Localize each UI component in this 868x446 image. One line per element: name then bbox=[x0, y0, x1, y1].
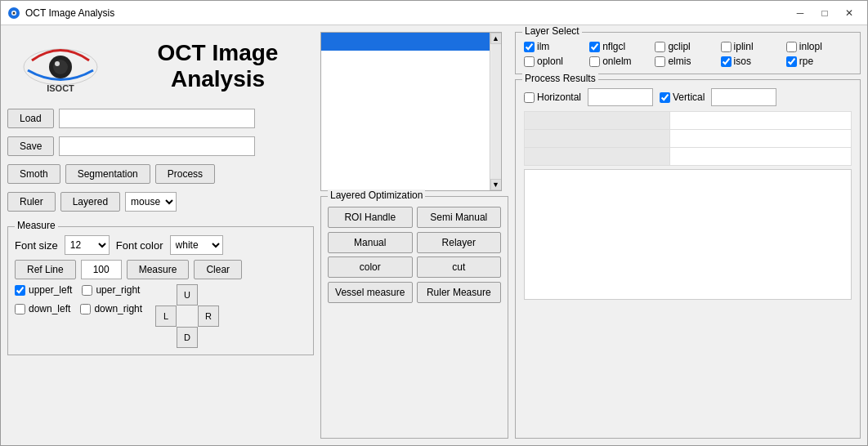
color-button[interactable]: color bbox=[328, 256, 413, 278]
upper-left-checkbox[interactable] bbox=[15, 285, 25, 296]
font-size-select[interactable]: 12 bbox=[65, 235, 110, 255]
top-area: ISOCT OCT Image Analysis bbox=[7, 32, 314, 100]
layer-onlelm[interactable]: onlelm bbox=[589, 56, 655, 67]
semi-manual-button[interactable]: Semi Manual bbox=[417, 207, 502, 228]
cut-button[interactable]: cut bbox=[417, 256, 502, 278]
layer-elmis[interactable]: elmis bbox=[655, 56, 720, 67]
down-left-checkbox-label[interactable]: down_left bbox=[15, 303, 70, 314]
vessel-measure-button[interactable]: Vessel measure bbox=[328, 282, 413, 303]
down-arrow-button[interactable]: D bbox=[177, 327, 198, 348]
process-button[interactable]: Process bbox=[155, 164, 215, 184]
scroll-down-arrow[interactable]: ▼ bbox=[490, 179, 502, 190]
ruler-measure-button[interactable]: Ruler Measure bbox=[417, 282, 502, 303]
vertical-value-input[interactable] bbox=[711, 88, 776, 106]
smoth-button[interactable]: Smoth bbox=[7, 164, 60, 184]
layer-onlelm-checkbox[interactable] bbox=[589, 56, 600, 67]
vertical-scrollbar[interactable]: ▲ ▼ bbox=[490, 33, 501, 190]
layer-oplonl[interactable]: oplonl bbox=[524, 56, 589, 67]
ref-line-input[interactable] bbox=[81, 260, 122, 279]
down-left-checkbox[interactable] bbox=[15, 304, 25, 314]
action-row: Smoth Segmentation Process bbox=[7, 164, 314, 184]
layer-select-label: Layer Select bbox=[522, 25, 582, 37]
horizontal-checkbox[interactable] bbox=[524, 92, 535, 103]
app-icon bbox=[7, 7, 20, 20]
table-row bbox=[525, 112, 852, 130]
results-large-area bbox=[524, 169, 852, 300]
load-row: Load bbox=[7, 109, 314, 128]
svg-point-2 bbox=[13, 11, 16, 14]
logo-svg: ISOCT bbox=[7, 36, 114, 93]
left-panel: ISOCT OCT Image Analysis Load Save Smoth… bbox=[7, 32, 314, 439]
scroll-track bbox=[491, 44, 501, 179]
layer-isos-checkbox[interactable] bbox=[721, 56, 732, 67]
maximize-button[interactable]: □ bbox=[813, 4, 836, 22]
process-results-group: Process Results Horizontal Vertical bbox=[515, 79, 861, 439]
segmentation-button[interactable]: Segmentation bbox=[65, 164, 150, 184]
right-panel: Layer Select ilm nflgcl gclipl bbox=[515, 32, 861, 439]
save-row: Save bbox=[7, 136, 314, 156]
layer-gclipl-checkbox[interactable] bbox=[655, 42, 665, 52]
layer-iplinl-checkbox[interactable] bbox=[721, 42, 732, 52]
layer-inlopl[interactable]: inlopl bbox=[786, 41, 852, 52]
layer-iplinl[interactable]: iplinl bbox=[721, 41, 786, 52]
layer-isos[interactable]: isos bbox=[721, 56, 786, 67]
ruler-row: Ruler Layered mouse bbox=[7, 192, 314, 212]
left-arrow-button[interactable]: L bbox=[155, 306, 177, 327]
layer-ilm-checkbox[interactable] bbox=[524, 42, 535, 52]
font-color-label: Font color bbox=[116, 239, 163, 252]
vertical-checkbox-label[interactable]: Vertical bbox=[660, 91, 705, 103]
font-row: Font size 12 Font color white bbox=[15, 235, 306, 255]
ref-row: Ref Line Measure Clear bbox=[15, 260, 306, 279]
layer-nflgcl-checkbox[interactable] bbox=[589, 42, 600, 52]
mouse-select[interactable]: mouse bbox=[125, 192, 177, 212]
right-arrow-button[interactable]: R bbox=[198, 306, 219, 327]
save-input[interactable] bbox=[59, 136, 255, 156]
horizontal-value-input[interactable] bbox=[588, 88, 653, 106]
middle-panel: ▲ ▼ Layered Optimization ROI Handle Semi… bbox=[320, 32, 508, 439]
scroll-up-arrow[interactable]: ▲ bbox=[490, 33, 502, 44]
ruler-button[interactable]: Ruler bbox=[7, 192, 56, 212]
up-arrow-button[interactable]: U bbox=[177, 284, 198, 306]
horizontal-label: Horizontal bbox=[537, 91, 581, 103]
clear-button[interactable]: Clear bbox=[194, 260, 242, 279]
layer-rpe[interactable]: rpe bbox=[786, 56, 852, 67]
layered-opt-label: Layered Optimization bbox=[328, 190, 425, 201]
upper-right-checkbox[interactable] bbox=[82, 285, 92, 296]
upper-right-checkbox-label[interactable]: uper_right bbox=[82, 284, 140, 296]
save-button[interactable]: Save bbox=[7, 136, 54, 156]
ref-line-button[interactable]: Ref Line bbox=[15, 260, 76, 279]
down-right-checkbox[interactable] bbox=[80, 304, 91, 314]
layer-inlopl-checkbox[interactable] bbox=[786, 42, 797, 52]
layered-button[interactable]: Layered bbox=[60, 192, 120, 212]
layer-nflgcl[interactable]: nflgcl bbox=[589, 41, 655, 52]
layer-elmis-checkbox[interactable] bbox=[655, 56, 665, 67]
window-title: OCT Image Analysis bbox=[25, 7, 114, 19]
vertical-checkbox[interactable] bbox=[660, 92, 670, 103]
horizontal-checkbox-label[interactable]: Horizontal bbox=[524, 91, 581, 103]
manual-button[interactable]: Manual bbox=[328, 232, 413, 253]
process-results-label: Process Results bbox=[522, 73, 598, 84]
measure-group-label: Measure bbox=[15, 220, 58, 231]
arrow-grid: U L R D bbox=[155, 284, 219, 348]
roi-handle-button[interactable]: ROI Handle bbox=[328, 207, 413, 228]
layer-oplonl-checkbox[interactable] bbox=[524, 56, 535, 67]
font-color-select[interactable]: white bbox=[170, 235, 223, 255]
load-input[interactable] bbox=[59, 109, 255, 128]
layer-ilm[interactable]: ilm bbox=[524, 41, 589, 52]
layer-rpe-checkbox[interactable] bbox=[786, 56, 797, 67]
upper-row: upper_left uper_right bbox=[15, 284, 142, 296]
upper-left-checkbox-label[interactable]: upper_left bbox=[15, 284, 72, 296]
svg-text:ISOCT: ISOCT bbox=[47, 83, 74, 93]
measure-button[interactable]: Measure bbox=[127, 260, 190, 279]
layer-gclipl[interactable]: gclipl bbox=[655, 41, 720, 52]
minimize-button[interactable]: ─ bbox=[789, 4, 812, 22]
relayer-button[interactable]: Relayer bbox=[417, 232, 502, 253]
down-right-checkbox-label[interactable]: down_right bbox=[80, 303, 142, 314]
close-button[interactable]: ✕ bbox=[838, 4, 861, 22]
title-bar-controls: ─ □ ✕ bbox=[789, 4, 861, 22]
load-button[interactable]: Load bbox=[7, 109, 54, 128]
bottom-buttons: color cut Vessel measure Ruler Measure bbox=[328, 256, 501, 303]
down-row: down_left down_right bbox=[15, 303, 142, 314]
image-blue-bar bbox=[321, 33, 501, 51]
process-header-row: Horizontal Vertical bbox=[524, 88, 852, 106]
